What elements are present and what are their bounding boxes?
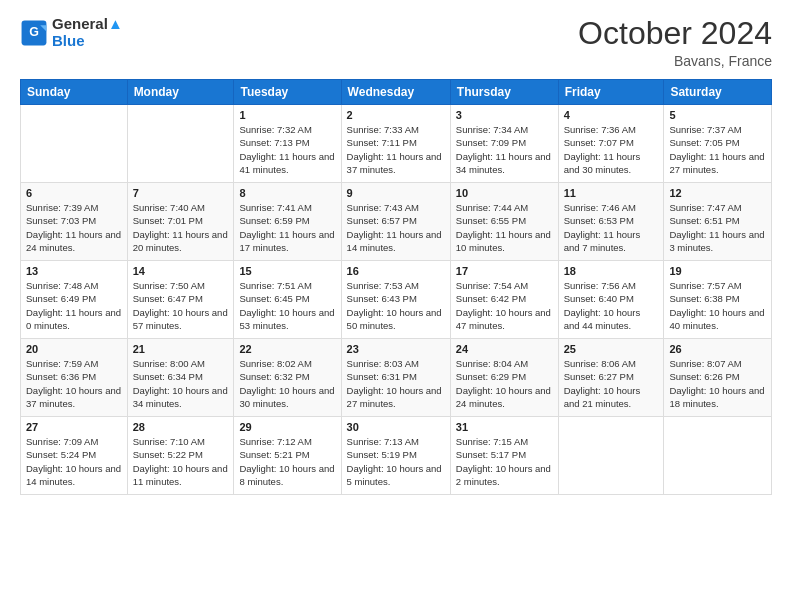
day-info: Sunrise: 7:37 AM Sunset: 7:05 PM Dayligh… [669, 123, 766, 176]
day-info: Sunrise: 7:47 AM Sunset: 6:51 PM Dayligh… [669, 201, 766, 254]
day-number: 5 [669, 109, 766, 121]
day-info: Sunrise: 8:00 AM Sunset: 6:34 PM Dayligh… [133, 357, 229, 410]
calendar-cell: 16Sunrise: 7:53 AM Sunset: 6:43 PM Dayli… [341, 261, 450, 339]
calendar-cell: 7Sunrise: 7:40 AM Sunset: 7:01 PM Daylig… [127, 183, 234, 261]
title-block: October 2024 Bavans, France [578, 16, 772, 69]
calendar-cell: 25Sunrise: 8:06 AM Sunset: 6:27 PM Dayli… [558, 339, 664, 417]
col-saturday: Saturday [664, 80, 772, 105]
calendar-cell: 31Sunrise: 7:15 AM Sunset: 5:17 PM Dayli… [450, 417, 558, 495]
day-number: 15 [239, 265, 335, 277]
day-number: 3 [456, 109, 553, 121]
calendar-cell: 19Sunrise: 7:57 AM Sunset: 6:38 PM Dayli… [664, 261, 772, 339]
logo-icon: G [20, 19, 48, 47]
col-thursday: Thursday [450, 80, 558, 105]
calendar-cell [664, 417, 772, 495]
day-info: Sunrise: 7:34 AM Sunset: 7:09 PM Dayligh… [456, 123, 553, 176]
day-info: Sunrise: 7:50 AM Sunset: 6:47 PM Dayligh… [133, 279, 229, 332]
day-info: Sunrise: 7:40 AM Sunset: 7:01 PM Dayligh… [133, 201, 229, 254]
day-number: 30 [347, 421, 445, 433]
calendar-cell: 8Sunrise: 7:41 AM Sunset: 6:59 PM Daylig… [234, 183, 341, 261]
day-info: Sunrise: 7:44 AM Sunset: 6:55 PM Dayligh… [456, 201, 553, 254]
calendar-cell: 30Sunrise: 7:13 AM Sunset: 5:19 PM Dayli… [341, 417, 450, 495]
day-info: Sunrise: 7:33 AM Sunset: 7:11 PM Dayligh… [347, 123, 445, 176]
day-number: 13 [26, 265, 122, 277]
day-info: Sunrise: 7:32 AM Sunset: 7:13 PM Dayligh… [239, 123, 335, 176]
calendar-cell: 27Sunrise: 7:09 AM Sunset: 5:24 PM Dayli… [21, 417, 128, 495]
day-info: Sunrise: 7:09 AM Sunset: 5:24 PM Dayligh… [26, 435, 122, 488]
day-number: 26 [669, 343, 766, 355]
day-info: Sunrise: 7:57 AM Sunset: 6:38 PM Dayligh… [669, 279, 766, 332]
day-number: 22 [239, 343, 335, 355]
day-number: 23 [347, 343, 445, 355]
calendar-cell: 20Sunrise: 7:59 AM Sunset: 6:36 PM Dayli… [21, 339, 128, 417]
day-number: 1 [239, 109, 335, 121]
calendar-cell: 24Sunrise: 8:04 AM Sunset: 6:29 PM Dayli… [450, 339, 558, 417]
header: G General▲ Blue October 2024 Bavans, Fra… [20, 16, 772, 69]
day-info: Sunrise: 8:07 AM Sunset: 6:26 PM Dayligh… [669, 357, 766, 410]
calendar-cell: 28Sunrise: 7:10 AM Sunset: 5:22 PM Dayli… [127, 417, 234, 495]
day-number: 12 [669, 187, 766, 199]
calendar-cell: 12Sunrise: 7:47 AM Sunset: 6:51 PM Dayli… [664, 183, 772, 261]
calendar-cell: 26Sunrise: 8:07 AM Sunset: 6:26 PM Dayli… [664, 339, 772, 417]
calendar-week-1: 1Sunrise: 7:32 AM Sunset: 7:13 PM Daylig… [21, 105, 772, 183]
logo-line2: Blue [52, 33, 123, 50]
page: G General▲ Blue October 2024 Bavans, Fra… [0, 0, 792, 612]
col-monday: Monday [127, 80, 234, 105]
day-info: Sunrise: 7:56 AM Sunset: 6:40 PM Dayligh… [564, 279, 659, 332]
day-info: Sunrise: 7:53 AM Sunset: 6:43 PM Dayligh… [347, 279, 445, 332]
calendar-cell [127, 105, 234, 183]
day-number: 14 [133, 265, 229, 277]
day-number: 19 [669, 265, 766, 277]
day-info: Sunrise: 7:48 AM Sunset: 6:49 PM Dayligh… [26, 279, 122, 332]
calendar-cell: 11Sunrise: 7:46 AM Sunset: 6:53 PM Dayli… [558, 183, 664, 261]
day-number: 18 [564, 265, 659, 277]
calendar-cell: 15Sunrise: 7:51 AM Sunset: 6:45 PM Dayli… [234, 261, 341, 339]
day-number: 27 [26, 421, 122, 433]
day-number: 31 [456, 421, 553, 433]
day-number: 8 [239, 187, 335, 199]
day-number: 2 [347, 109, 445, 121]
day-info: Sunrise: 7:59 AM Sunset: 6:36 PM Dayligh… [26, 357, 122, 410]
day-info: Sunrise: 8:03 AM Sunset: 6:31 PM Dayligh… [347, 357, 445, 410]
day-info: Sunrise: 8:04 AM Sunset: 6:29 PM Dayligh… [456, 357, 553, 410]
day-info: Sunrise: 7:43 AM Sunset: 6:57 PM Dayligh… [347, 201, 445, 254]
day-number: 7 [133, 187, 229, 199]
calendar-header-row: Sunday Monday Tuesday Wednesday Thursday… [21, 80, 772, 105]
day-number: 24 [456, 343, 553, 355]
calendar-cell: 13Sunrise: 7:48 AM Sunset: 6:49 PM Dayli… [21, 261, 128, 339]
calendar-cell [21, 105, 128, 183]
calendar-cell: 10Sunrise: 7:44 AM Sunset: 6:55 PM Dayli… [450, 183, 558, 261]
day-info: Sunrise: 7:13 AM Sunset: 5:19 PM Dayligh… [347, 435, 445, 488]
calendar-cell: 29Sunrise: 7:12 AM Sunset: 5:21 PM Dayli… [234, 417, 341, 495]
day-number: 28 [133, 421, 229, 433]
logo-text-block: General▲ Blue [52, 16, 123, 49]
day-number: 6 [26, 187, 122, 199]
calendar-cell: 22Sunrise: 8:02 AM Sunset: 6:32 PM Dayli… [234, 339, 341, 417]
calendar-cell: 17Sunrise: 7:54 AM Sunset: 6:42 PM Dayli… [450, 261, 558, 339]
col-tuesday: Tuesday [234, 80, 341, 105]
logo-line1: General▲ [52, 16, 123, 33]
calendar-cell [558, 417, 664, 495]
day-info: Sunrise: 7:10 AM Sunset: 5:22 PM Dayligh… [133, 435, 229, 488]
day-info: Sunrise: 7:36 AM Sunset: 7:07 PM Dayligh… [564, 123, 659, 176]
day-info: Sunrise: 7:54 AM Sunset: 6:42 PM Dayligh… [456, 279, 553, 332]
calendar-cell: 23Sunrise: 8:03 AM Sunset: 6:31 PM Dayli… [341, 339, 450, 417]
calendar-cell: 14Sunrise: 7:50 AM Sunset: 6:47 PM Dayli… [127, 261, 234, 339]
day-number: 10 [456, 187, 553, 199]
svg-text:G: G [29, 25, 39, 39]
logo: G General▲ Blue [20, 16, 123, 49]
day-info: Sunrise: 8:06 AM Sunset: 6:27 PM Dayligh… [564, 357, 659, 410]
calendar-cell: 6Sunrise: 7:39 AM Sunset: 7:03 PM Daylig… [21, 183, 128, 261]
day-number: 20 [26, 343, 122, 355]
col-wednesday: Wednesday [341, 80, 450, 105]
calendar-table: Sunday Monday Tuesday Wednesday Thursday… [20, 79, 772, 495]
calendar-week-3: 13Sunrise: 7:48 AM Sunset: 6:49 PM Dayli… [21, 261, 772, 339]
day-number: 4 [564, 109, 659, 121]
calendar-cell: 4Sunrise: 7:36 AM Sunset: 7:07 PM Daylig… [558, 105, 664, 183]
calendar-cell: 3Sunrise: 7:34 AM Sunset: 7:09 PM Daylig… [450, 105, 558, 183]
day-number: 9 [347, 187, 445, 199]
day-info: Sunrise: 7:46 AM Sunset: 6:53 PM Dayligh… [564, 201, 659, 254]
day-info: Sunrise: 7:51 AM Sunset: 6:45 PM Dayligh… [239, 279, 335, 332]
calendar-week-5: 27Sunrise: 7:09 AM Sunset: 5:24 PM Dayli… [21, 417, 772, 495]
day-info: Sunrise: 7:12 AM Sunset: 5:21 PM Dayligh… [239, 435, 335, 488]
